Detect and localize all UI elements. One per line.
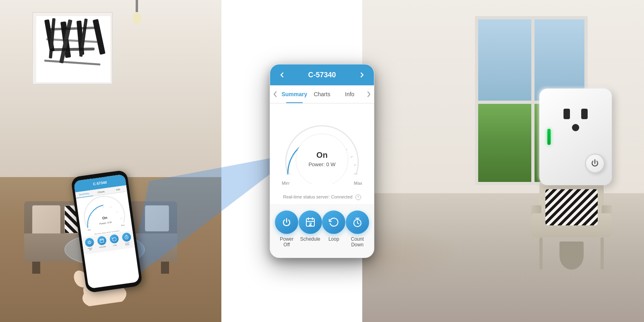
svg-rect-31 [100, 239, 104, 243]
tab-nav-back[interactable] [270, 85, 281, 103]
svg-text:Max: Max [121, 224, 125, 227]
svg-text:Power: 0 W: Power: 0 W [99, 221, 112, 225]
countdown-button[interactable]: CountDown [346, 211, 369, 248]
svg-line-62 [288, 182, 290, 183]
phone-small-btn-power[interactable]: PowerOff [84, 237, 95, 252]
countdown-label: CountDown [351, 236, 364, 248]
phone-small-btn-loop[interactable]: Loop [109, 234, 120, 248]
schedule-button[interactable]: Schedule [299, 211, 322, 248]
wall-artwork [32, 12, 113, 85]
power-gauge: On Power: 0 W [278, 111, 366, 184]
svg-line-20 [103, 206, 103, 208]
svg-text:On: On [316, 151, 328, 159]
background-right-room [362, 0, 644, 322]
chair-pillow [545, 189, 598, 225]
power-off-icon-circle [275, 211, 298, 234]
forward-button[interactable] [356, 69, 367, 80]
loop-label: Loop [328, 236, 339, 242]
loop-icon-circle [322, 211, 345, 234]
tab-summary[interactable]: Summary [281, 85, 308, 103]
svg-line-25 [116, 211, 118, 213]
schedule-label: Schedule [300, 236, 320, 242]
led-indicator [547, 129, 551, 145]
plug-power-button[interactable] [585, 154, 605, 173]
loop-button[interactable]: Loop [322, 211, 345, 248]
svg-line-47 [351, 156, 353, 157]
action-buttons-row: PowerOff Schedule [270, 204, 374, 258]
phone-small-btn-schedule[interactable]: Schedule [97, 236, 107, 250]
svg-text:On: On [102, 216, 107, 221]
info-icon[interactable]: ? [355, 194, 361, 200]
countdown-icon-circle [346, 211, 369, 234]
phone-header: C-57340 [270, 64, 374, 85]
ceiling-light [129, 0, 145, 24]
svg-text:Power: 0 W: Power: 0 W [308, 161, 336, 167]
svg-line-26 [120, 218, 123, 219]
phone-main-ui: C-57340 Summary Charts Info [270, 64, 374, 258]
power-off-button[interactable]: PowerOff [275, 211, 298, 248]
phone-small-title: C-57340 [93, 180, 107, 186]
back-button[interactable] [277, 69, 288, 80]
svg-text:Min: Min [88, 228, 91, 231]
tab-bar: Summary Charts Info [270, 85, 374, 103]
svg-line-60 [288, 165, 290, 165]
svg-line-48 [354, 165, 356, 165]
status-text: Real-time status server: Connected [283, 194, 352, 199]
phone-small-btn-countdown[interactable]: CountDown [122, 232, 132, 247]
svg-line-24 [110, 206, 111, 208]
tab-charts[interactable]: Charts [308, 85, 336, 103]
schedule-icon-circle [299, 211, 322, 234]
smart-plug-device [531, 80, 620, 193]
svg-line-50 [354, 182, 356, 183]
power-off-label: PowerOff [280, 236, 293, 248]
tab-info[interactable]: Info [336, 85, 363, 103]
tab-nav-forward[interactable] [363, 85, 374, 103]
svg-rect-71 [306, 219, 314, 226]
svg-line-34 [100, 240, 103, 240]
realtime-status-bar: Real-time status server: Connected ? [270, 193, 374, 204]
device-title: C-57340 [288, 71, 356, 79]
gauge-section: On Power: 0 W Min Max [270, 103, 374, 193]
